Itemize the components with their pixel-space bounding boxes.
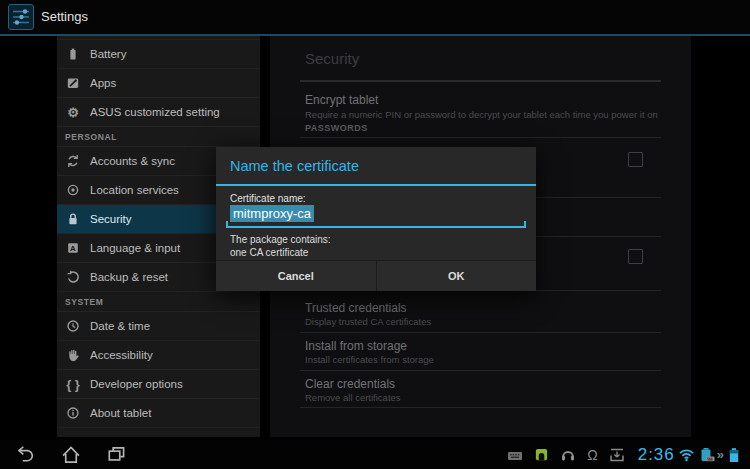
reset-icon <box>65 269 81 285</box>
section-divider <box>300 137 661 138</box>
battery-icon <box>727 447 741 463</box>
certificate-name-input[interactable]: mitmproxy-ca <box>230 206 522 224</box>
headset-icon: Ω <box>587 447 597 463</box>
sidebar-item-label: ASUS customized setting <box>90 106 220 118</box>
sidebar-item-label: Language & input <box>90 242 180 254</box>
sidebar-item-label: Location services <box>90 184 179 196</box>
page-title: Settings <box>41 0 88 34</box>
passwords-section-header: PASSWORDS <box>305 123 368 133</box>
input-underline <box>226 226 526 228</box>
hand-icon <box>65 347 81 363</box>
dialog-title: Name the certificate <box>216 147 536 184</box>
sidebar-item-about-tablet[interactable]: About tablet <box>57 399 260 428</box>
row-divider <box>300 370 661 371</box>
settings-app-icon[interactable] <box>8 4 34 30</box>
sidebar-item-label: Security <box>90 213 132 225</box>
lock-icon <box>65 211 81 227</box>
location-icon <box>65 182 81 198</box>
install-from-storage-desc: Install certificates from storage <box>305 354 434 365</box>
system-bar: Ω 2:36 » <box>0 440 750 469</box>
home-button[interactable] <box>60 444 82 466</box>
sidebar-item-label: Apps <box>90 77 116 89</box>
clock-icon <box>65 318 81 334</box>
install-from-storage-item[interactable]: Install from storage <box>305 339 407 353</box>
apps-icon <box>65 75 81 91</box>
sidebar-item-label: Date & time <box>90 320 150 332</box>
wifi-icon <box>678 447 695 462</box>
chevrons-icon: » <box>717 447 724 462</box>
trusted-credentials-item[interactable]: Trusted credentials <box>305 301 407 315</box>
download-icon <box>609 447 625 463</box>
checkbox[interactable] <box>628 152 643 167</box>
name-certificate-dialog: Name the certificate Certificate name: m… <box>216 147 536 291</box>
checkbox[interactable] <box>628 249 643 264</box>
row-divider <box>300 407 661 408</box>
sidebar-item-label: Accounts & sync <box>90 155 175 167</box>
status-tray[interactable]: Ω 2:36 » <box>496 440 741 469</box>
cancel-button[interactable]: Cancel <box>216 261 376 291</box>
ok-button[interactable]: OK <box>376 261 537 291</box>
recent-apps-button[interactable] <box>106 444 128 466</box>
headphones-icon <box>560 447 576 463</box>
battery-icon <box>65 46 81 62</box>
sidebar-item-battery[interactable]: Battery <box>57 40 260 69</box>
sidebar-item-label: Backup & reset <box>90 271 168 283</box>
sidebar-item-asus-customized-setting[interactable]: ⚙ ASUS customized setting <box>57 98 260 127</box>
selected-text: mitmproxy-ca <box>230 205 314 222</box>
sidebar-item-date-time[interactable]: Date & time <box>57 312 260 341</box>
sidebar-item-apps[interactable]: Apps <box>57 69 260 98</box>
title-divider <box>300 80 661 82</box>
dialog-button-bar: Cancel OK <box>216 260 536 291</box>
android-settings-screen: Settings Battery Apps ⚙ ASUS customized … <box>0 0 750 469</box>
clear-credentials-desc: Remove all certificates <box>305 392 401 403</box>
pane-title: Security <box>305 50 359 67</box>
back-button[interactable] <box>14 444 36 466</box>
sidebar-item-label: Developer options <box>90 378 183 390</box>
info-icon <box>65 405 81 421</box>
sidebar-section-system: SYSTEM <box>57 292 260 312</box>
keyboard-icon <box>507 447 523 463</box>
language-icon: A <box>65 240 81 256</box>
sidebar-item-developer-options[interactable]: { } Developer options <box>57 370 260 399</box>
package-contains-text: The package contains: one CA certificate <box>230 233 331 259</box>
sidebar-item-accessibility[interactable]: Accessibility <box>57 341 260 370</box>
dialog-title-divider <box>216 184 536 186</box>
row-divider <box>300 332 661 333</box>
sidebar-item-label: About tablet <box>90 407 151 419</box>
clear-credentials-item[interactable]: Clear credentials <box>305 377 395 391</box>
braces-icon: { } <box>65 376 81 392</box>
encrypt-tablet-desc: Require a numeric PIN or password to dec… <box>305 109 658 120</box>
svg-text:A: A <box>70 244 76 253</box>
encrypt-tablet-item[interactable]: Encrypt tablet <box>305 93 378 107</box>
clock-time: 2:36 <box>638 445 675 465</box>
action-bar: Settings <box>0 0 750 34</box>
sidebar-section-personal: PERSONAL <box>57 127 260 147</box>
sidebar-item-label: Accessibility <box>90 349 153 361</box>
gear-icon: ⚙ <box>65 104 81 120</box>
sync-icon <box>65 153 81 169</box>
usb-debugging-icon <box>534 447 549 462</box>
certificate-name-label: Certificate name: <box>230 193 306 204</box>
sidebar-item-label: Battery <box>90 48 126 60</box>
dock-battery-icon <box>698 447 715 463</box>
trusted-credentials-desc: Display trusted CA certificates <box>305 316 431 327</box>
